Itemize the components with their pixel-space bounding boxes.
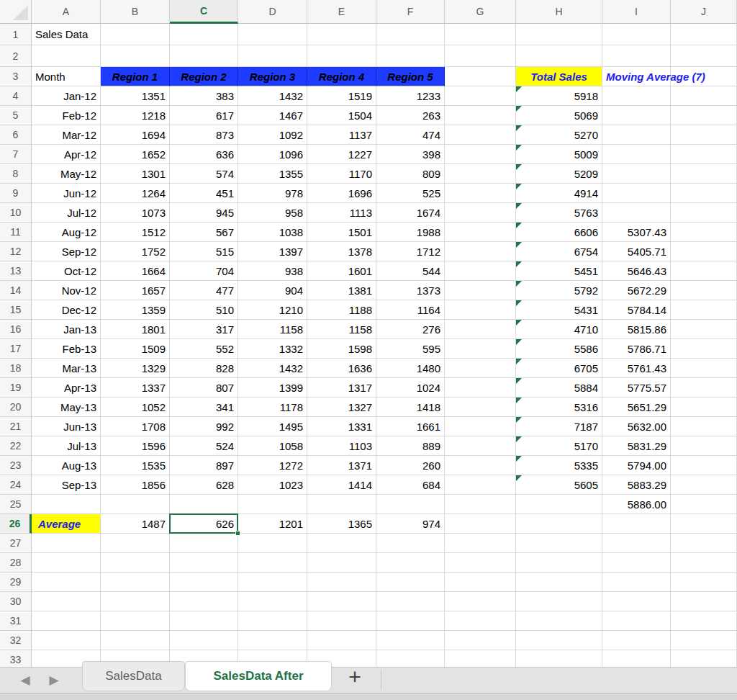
cell-H2[interactable] — [516, 45, 602, 67]
cell-I1[interactable] — [602, 24, 671, 45]
cell-E8[interactable]: 1170 — [307, 164, 376, 184]
cell-E32[interactable] — [307, 631, 376, 650]
cell-E25[interactable] — [307, 495, 376, 514]
cell-D10[interactable]: 958 — [238, 203, 307, 223]
cell-C12[interactable]: 515 — [170, 242, 238, 261]
cell-G26[interactable] — [445, 514, 516, 534]
cell-J19[interactable] — [671, 378, 737, 398]
cell-C18[interactable]: 828 — [170, 359, 238, 378]
cell-H24[interactable]: 5605 — [516, 475, 602, 495]
cell-B21[interactable]: 1708 — [101, 417, 170, 436]
row-header-20[interactable]: 20 — [0, 398, 32, 417]
cell-D5[interactable]: 1467 — [238, 106, 307, 125]
cell-J10[interactable] — [671, 203, 737, 223]
col-header-F[interactable]: F — [376, 0, 445, 24]
cell-H9[interactable]: 4914 — [516, 184, 602, 203]
cell-E22[interactable]: 1103 — [307, 436, 376, 456]
cell-A9[interactable]: Jun-12 — [32, 184, 101, 203]
cell-F7[interactable]: 398 — [376, 145, 445, 164]
cell-H11[interactable]: 6606 — [516, 223, 602, 242]
cell-B15[interactable]: 1359 — [101, 300, 170, 320]
cell-G7[interactable] — [445, 145, 516, 164]
cell-J26[interactable] — [671, 514, 737, 534]
cell-F32[interactable] — [376, 631, 445, 650]
cell-B5[interactable]: 1218 — [101, 106, 170, 125]
row-header-15[interactable]: 15 — [0, 300, 32, 320]
cell-C7[interactable]: 636 — [170, 145, 238, 164]
cell-G28[interactable] — [445, 553, 516, 573]
row-header-10[interactable]: 10 — [0, 203, 32, 223]
cell-J1[interactable] — [671, 24, 737, 45]
cell-D13[interactable]: 938 — [238, 261, 307, 281]
cell-I3[interactable]: Moving Average (7) — [602, 67, 671, 86]
row-header-29[interactable]: 29 — [0, 573, 32, 592]
cell-E13[interactable]: 1601 — [307, 261, 376, 281]
col-header-B[interactable]: B — [101, 0, 170, 24]
col-header-J[interactable]: J — [671, 0, 737, 24]
row-header-27[interactable]: 27 — [0, 534, 32, 553]
cell-F5[interactable]: 263 — [376, 106, 445, 125]
cell-H14[interactable]: 5792 — [516, 281, 602, 300]
cell-C8[interactable]: 574 — [170, 164, 238, 184]
cell-B20[interactable]: 1052 — [101, 398, 170, 417]
cell-G15[interactable] — [445, 300, 516, 320]
cell-B10[interactable]: 1073 — [101, 203, 170, 223]
cell-A19[interactable]: Apr-13 — [32, 378, 101, 398]
cell-H4[interactable]: 5918 — [516, 86, 602, 106]
tab-salesdata[interactable]: SalesData — [82, 661, 185, 691]
cell-A32[interactable] — [32, 631, 101, 650]
cell-F3[interactable]: Region 5 — [376, 67, 445, 86]
cell-H27[interactable] — [516, 534, 602, 553]
cell-H28[interactable] — [516, 553, 602, 573]
col-header-A[interactable]: A — [32, 0, 101, 24]
cell-G6[interactable] — [445, 125, 516, 145]
row-header-16[interactable]: 16 — [0, 320, 32, 339]
cell-C28[interactable] — [170, 553, 238, 573]
cell-E24[interactable]: 1414 — [307, 475, 376, 495]
cell-C29[interactable] — [170, 573, 238, 592]
cell-I21[interactable]: 5632.00 — [602, 417, 671, 436]
cell-A30[interactable] — [32, 592, 101, 611]
cell-E4[interactable]: 1519 — [307, 86, 376, 106]
cell-G32[interactable] — [445, 631, 516, 650]
cell-B29[interactable] — [101, 573, 170, 592]
cell-J16[interactable] — [671, 320, 737, 339]
cell-H13[interactable]: 5451 — [516, 261, 602, 281]
cell-J13[interactable] — [671, 261, 737, 281]
cell-B30[interactable] — [101, 592, 170, 611]
cell-D8[interactable]: 1355 — [238, 164, 307, 184]
cell-D19[interactable]: 1399 — [238, 378, 307, 398]
cell-F2[interactable] — [376, 45, 445, 67]
cell-E12[interactable]: 1378 — [307, 242, 376, 261]
cell-J31[interactable] — [671, 611, 737, 631]
cell-E18[interactable]: 1636 — [307, 359, 376, 378]
cell-F4[interactable]: 1233 — [376, 86, 445, 106]
cell-G11[interactable] — [445, 223, 516, 242]
row-header-5[interactable]: 5 — [0, 106, 32, 125]
cell-F33[interactable] — [376, 650, 445, 667]
cell-J30[interactable] — [671, 592, 737, 611]
cell-H19[interactable]: 5884 — [516, 378, 602, 398]
cell-G12[interactable] — [445, 242, 516, 261]
cell-B18[interactable]: 1329 — [101, 359, 170, 378]
row-header-19[interactable]: 19 — [0, 378, 32, 398]
row-header-24[interactable]: 24 — [0, 475, 32, 495]
cell-I33[interactable] — [602, 650, 671, 667]
cell-I11[interactable]: 5307.43 — [602, 223, 671, 242]
cell-E3[interactable]: Region 4 — [307, 67, 376, 86]
cell-D26[interactable]: 1201 — [238, 514, 307, 534]
cell-J23[interactable] — [671, 456, 737, 475]
cell-B8[interactable]: 1301 — [101, 164, 170, 184]
cell-A7[interactable]: Apr-12 — [32, 145, 101, 164]
cell-H16[interactable]: 4710 — [516, 320, 602, 339]
cell-D30[interactable] — [238, 592, 307, 611]
cell-G33[interactable] — [445, 650, 516, 667]
cell-I9[interactable] — [602, 184, 671, 203]
row-header-1[interactable]: 1 — [0, 24, 32, 45]
cell-B19[interactable]: 1337 — [101, 378, 170, 398]
cell-A11[interactable]: Aug-12 — [32, 223, 101, 242]
cell-C14[interactable]: 477 — [170, 281, 238, 300]
cell-C30[interactable] — [170, 592, 238, 611]
cell-I20[interactable]: 5651.29 — [602, 398, 671, 417]
cell-J29[interactable] — [671, 573, 737, 592]
